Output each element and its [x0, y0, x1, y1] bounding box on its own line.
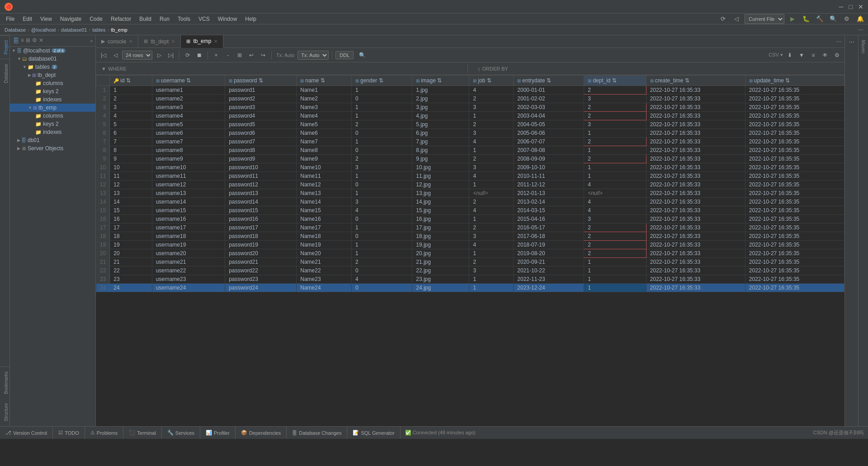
cell-username[interactable]: username1	[152, 86, 225, 95]
cell-id[interactable]: 13	[110, 189, 152, 198]
cell-image[interactable]: 12.jpg	[412, 181, 469, 189]
cell-job[interactable]: 4	[469, 241, 514, 249]
cell-dept-id[interactable]: 3	[584, 215, 646, 223]
cell-update-time[interactable]: 2022-10-27 16:35:35	[745, 146, 844, 155]
cell-password[interactable]: password7	[225, 138, 297, 146]
table-row[interactable]: 14 14 username14 password14 Name14 3 14.…	[96, 198, 844, 206]
cell-update-time[interactable]: 2022-10-27 16:35:35	[745, 155, 844, 163]
cell-update-time[interactable]: 2022-10-27 16:35:35	[745, 189, 844, 198]
cell-name[interactable]: Name3	[297, 103, 352, 112]
col-header-gender[interactable]: ⊞gender ⇅	[351, 76, 412, 86]
cell-create-time[interactable]: 2022-10-27 16:35:33	[646, 138, 745, 146]
cell-entrydate[interactable]: 2000-01-01	[514, 86, 584, 95]
cell-dept-id[interactable]: 2	[584, 138, 646, 146]
cell-password[interactable]: password11	[225, 172, 297, 181]
cell-name[interactable]: Name15	[297, 206, 352, 215]
menu-edit[interactable]: Edit	[19, 15, 36, 23]
cell-password[interactable]: password16	[225, 215, 297, 223]
table-row[interactable]: 10 10 username10 password10 Name10 3 10.…	[96, 163, 844, 172]
ddl-button[interactable]: DDL	[335, 51, 354, 59]
cell-entrydate[interactable]: 2004-05-05	[514, 120, 584, 129]
table-row[interactable]: 13 13 username13 password13 Name13 1 13.…	[96, 189, 844, 198]
cell-job[interactable]: 1	[469, 146, 514, 155]
cell-id[interactable]: 18	[110, 232, 152, 241]
build-icon[interactable]: 🔨	[814, 14, 825, 24]
table-row[interactable]: 23 23 username23 password23 Name23 4 23.…	[96, 275, 844, 284]
table-row[interactable]: 22 22 username22 password22 Name22 0 22.…	[96, 266, 844, 275]
cell-gender[interactable]: 0	[351, 181, 412, 189]
tree-db01[interactable]: ▶ 🗄 db01	[10, 136, 95, 144]
cell-name[interactable]: Name14	[297, 198, 352, 206]
col-header-entrydate[interactable]: ⊞entrydate ⇅	[514, 76, 584, 86]
search-data-icon[interactable]: 🔍	[357, 50, 367, 60]
cell-username[interactable]: username5	[152, 120, 225, 129]
cell-id[interactable]: 22	[110, 266, 152, 275]
cell-gender[interactable]: 1	[351, 189, 412, 198]
cell-create-time[interactable]: 2022-10-27 16:35:33	[646, 206, 745, 215]
cell-password[interactable]: password2	[225, 95, 297, 103]
cell-id[interactable]: 10	[110, 163, 152, 172]
cell-image[interactable]: 22.jpg	[412, 266, 469, 275]
cell-dept-id[interactable]: 1	[584, 172, 646, 181]
cell-gender[interactable]: 4	[351, 275, 412, 284]
cell-password[interactable]: password1	[225, 86, 297, 95]
cell-id[interactable]: 23	[110, 275, 152, 284]
cell-dept-id[interactable]: 2	[584, 249, 646, 258]
cell-gender[interactable]: 0	[351, 129, 412, 138]
table-row[interactable]: 3 3 username3 password3 Name3 1 3.jpg 3 …	[96, 103, 844, 112]
refresh-sidebar-icon[interactable]: ≡	[21, 37, 24, 44]
more-btn[interactable]: ⚙	[832, 50, 842, 60]
cell-password[interactable]: password18	[225, 232, 297, 241]
tab-tb-dept[interactable]: ⊞ tb_dept ✕	[138, 35, 181, 48]
cell-job[interactable]: 4	[469, 86, 514, 95]
table-row[interactable]: 19 19 username19 password19 Name19 1 19.…	[96, 241, 844, 249]
database-tab[interactable]: Database	[0, 59, 9, 88]
cell-image[interactable]: 8.jpg	[412, 146, 469, 155]
cell-create-time[interactable]: 2022-10-27 16:35:33	[646, 155, 745, 163]
cell-id[interactable]: 17	[110, 223, 152, 232]
cell-job[interactable]: 3	[469, 129, 514, 138]
cell-username[interactable]: username8	[152, 146, 225, 155]
cell-id[interactable]: 15	[110, 206, 152, 215]
cell-name[interactable]: Name22	[297, 266, 352, 275]
cell-username[interactable]: username18	[152, 232, 225, 241]
export-btn[interactable]: ⬇	[785, 50, 795, 60]
cell-create-time[interactable]: 2022-10-27 16:35:33	[646, 241, 745, 249]
cell-name[interactable]: Name17	[297, 223, 352, 232]
cell-name[interactable]: Name12	[297, 181, 352, 189]
cell-entrydate[interactable]: 2001-02-02	[514, 95, 584, 103]
cell-create-time[interactable]: 2022-10-27 16:35:33	[646, 258, 745, 266]
cell-dept-id[interactable]: 1	[584, 129, 646, 138]
cell-username[interactable]: username24	[152, 284, 225, 292]
cell-entrydate[interactable]: 2023-12-24	[514, 284, 584, 292]
cell-id[interactable]: 21	[110, 258, 152, 266]
cell-dept-id[interactable]: 4	[584, 198, 646, 206]
cell-update-time[interactable]: 2022-10-27 16:35:35	[745, 103, 844, 112]
table-row[interactable]: 9 9 username9 password9 Name9 2 9.jpg 2 …	[96, 155, 844, 163]
cell-entrydate[interactable]: 2018-07-19	[514, 241, 584, 249]
cell-update-time[interactable]: 2022-10-27 16:35:35	[745, 223, 844, 232]
cell-name[interactable]: Name5	[297, 120, 352, 129]
prev-row-btn[interactable]: ◁	[110, 50, 120, 60]
table-area[interactable]: 🔑id ⇅ ⊞username ⇅ ⊞password ⇅ ⊞name ⇅ ⊞g…	[96, 75, 844, 426]
cell-create-time[interactable]: 2022-10-27 16:35:33	[646, 223, 745, 232]
cell-username[interactable]: username20	[152, 249, 225, 258]
cell-create-time[interactable]: 2022-10-27 16:35:33	[646, 129, 745, 138]
breadcrumb-tables[interactable]: tables	[92, 27, 105, 33]
cell-gender[interactable]: 1	[351, 223, 412, 232]
menu-vcs[interactable]: VCS	[195, 15, 213, 23]
cell-id[interactable]: 1	[110, 86, 152, 95]
cell-create-time[interactable]: 2022-10-27 16:35:33	[646, 95, 745, 103]
cell-username[interactable]: username10	[152, 163, 225, 172]
cell-id[interactable]: 19	[110, 241, 152, 249]
cell-create-time[interactable]: 2022-10-27 16:35:33	[646, 284, 745, 292]
cell-id[interactable]: 5	[110, 120, 152, 129]
cell-image[interactable]: 7.jpg	[412, 138, 469, 146]
cell-gender[interactable]: 1	[351, 172, 412, 181]
tree-tb-emp-columns[interactable]: 📁 columns	[10, 112, 95, 120]
cell-job[interactable]: 2	[469, 223, 514, 232]
table-row[interactable]: 1 1 username1 password1 Name1 1 1.jpg 4 …	[96, 86, 844, 95]
breadcrumb-database[interactable]: Database	[5, 27, 26, 33]
cell-job[interactable]: 1	[469, 215, 514, 223]
cell-username[interactable]: username13	[152, 189, 225, 198]
